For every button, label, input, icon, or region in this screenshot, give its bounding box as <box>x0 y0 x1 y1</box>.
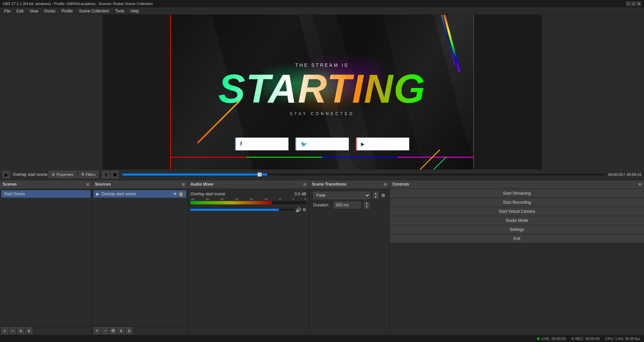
controls-panel: Controls ⊞ Start Streaming Start Recordi… <box>390 180 644 335</box>
menu-view[interactable]: View <box>27 8 41 14</box>
duration-spin-down[interactable]: ▼ <box>364 205 369 209</box>
pause-button[interactable]: ⏸ <box>102 171 110 178</box>
facebook-icon: f <box>240 141 242 147</box>
minimize-button[interactable]: ─ <box>626 1 631 6</box>
right-panel <box>542 15 644 169</box>
transition-type-row: Fade ▲ ▼ ⚙ <box>311 190 388 200</box>
preview-area: THE STREAM IS STARTING STAY CONNECTED f … <box>0 15 644 169</box>
menu-edit[interactable]: Edit <box>14 8 26 14</box>
panels: Scenes ⊞ Start Scene + − ∧ ∨ Sources ⊞ <box>0 180 644 335</box>
menu-profile[interactable]: Profile <box>59 8 75 14</box>
audio-panel: Audio Mixer ⊞ Overlay start scene 0.0 dB… <box>188 180 309 335</box>
left-panel <box>0 15 102 169</box>
audio-panel-content: Overlay start scene 0.0 dB -60-50-40-30-… <box>188 189 309 335</box>
volume-slider[interactable] <box>191 209 294 211</box>
audio-source-name-row: Overlay start scene 0.0 dB <box>191 192 306 196</box>
rec-dot <box>571 337 574 340</box>
source-settings-button[interactable]: ⚙ <box>110 327 116 334</box>
subtitle-text: THE STREAM IS <box>218 62 426 68</box>
transitions-panel-title: Scene Transitions <box>312 182 346 187</box>
transition-spin-down[interactable]: ▼ <box>373 195 378 199</box>
cpu-label: CPU: 1.6% <box>605 337 623 341</box>
mute-icon[interactable]: 🔊 <box>296 207 301 212</box>
source-item-overlay[interactable]: ▶ Overlay start scene 👁 🔒 <box>94 190 186 198</box>
properties-button[interactable]: ⚙ Settings Properties <box>49 171 76 178</box>
rec-label: REC: <box>575 337 584 341</box>
controls-expand-button[interactable]: ⊞ <box>638 182 641 187</box>
sources-panel-title: Sources <box>95 182 111 187</box>
audio-volume-row: 🔊 ⚙ <box>191 207 306 212</box>
stream-scene: THE STREAM IS STARTING STAY CONNECTED f … <box>171 15 473 169</box>
audio-level-meter: -60-50-40-30-20-10-6-30 <box>191 198 306 206</box>
cpu-status: CPU: 1.6% 30.00 fps <box>605 337 640 341</box>
audio-db-label: 0.0 dB <box>294 192 306 196</box>
duration-spin-up[interactable]: ▲ <box>364 202 369 205</box>
source-visible-icon[interactable]: 👁 <box>173 192 177 196</box>
progress-fill <box>122 174 267 176</box>
audio-settings-icon[interactable]: ⚙ <box>303 207 306 212</box>
menu-help[interactable]: Help <box>128 8 142 14</box>
source-remove-button[interactable]: − <box>102 327 108 334</box>
start-streaming-button[interactable]: Start Streaming <box>390 189 644 198</box>
play-button[interactable]: ▶ <box>3 171 10 178</box>
menu-docks[interactable]: Docks <box>42 8 58 14</box>
sources-panel-content: ▶ Overlay start scene 👁 🔒 <box>92 189 187 326</box>
audio-level-bar <box>191 201 306 204</box>
duration-input[interactable] <box>334 202 361 208</box>
close-button[interactable]: ✕ <box>637 1 641 6</box>
titlebar: OBS 27.2.1 (64-bit, windows) - Profile: … <box>0 0 644 7</box>
maximize-button[interactable]: □ <box>631 1 636 6</box>
settings-button[interactable]: Settings <box>390 225 644 234</box>
main-title-text: STARTING <box>218 68 426 109</box>
start-virtual-camera-button[interactable]: Start Virtual Camera <box>390 207 644 216</box>
source-up-button[interactable]: ∧ <box>118 327 124 334</box>
transition-spin-up[interactable]: ▲ <box>373 192 378 195</box>
transition-spin-control: ▲ ▼ <box>373 192 378 199</box>
menu-file[interactable]: File <box>1 8 13 14</box>
scenes-panel-title: Scenes <box>3 182 17 187</box>
live-label: LIVE: <box>541 337 550 341</box>
transition-type-select[interactable]: Fade <box>313 192 370 199</box>
gear-icon: ⚙ <box>52 173 55 177</box>
menu-tools[interactable]: Tools <box>112 8 127 14</box>
time-display: 00:00:03 / -00:00:16 <box>608 173 641 177</box>
sources-panel-header: Sources ⊞ <box>92 180 187 189</box>
transitions-panel-header: Scene Transitions ⊞ <box>309 180 389 189</box>
scenes-expand-button[interactable]: ⊞ <box>86 182 89 187</box>
source-play-icon: ▶ <box>96 192 99 196</box>
start-recording-button[interactable]: Start Recording <box>390 198 644 207</box>
scene-item-start[interactable]: Start Scene <box>1 190 91 198</box>
sources-expand-button[interactable]: ⊞ <box>182 182 185 187</box>
volume-fill <box>191 209 279 211</box>
tagline-text: STAY CONNECTED <box>218 111 426 116</box>
exit-button[interactable]: Exit <box>390 234 644 243</box>
timeline-progress[interactable] <box>122 174 604 176</box>
scene-add-button[interactable]: + <box>1 327 8 334</box>
progress-thumb[interactable] <box>258 173 262 177</box>
scene-up-button[interactable]: ∧ <box>17 327 24 334</box>
source-add-button[interactable]: + <box>94 327 100 334</box>
scene-down-button[interactable]: ∨ <box>25 327 32 334</box>
youtube-icon: ▶ <box>361 142 364 147</box>
gear-settings-icon[interactable]: ⚙ <box>381 193 385 198</box>
audio-expand-button[interactable]: ⊞ <box>303 182 306 187</box>
source-lock-icon[interactable]: 🔒 <box>178 192 183 196</box>
scene-remove-button[interactable]: − <box>9 327 16 334</box>
canvas-container: THE STREAM IS STARTING STAY CONNECTED f … <box>102 15 542 169</box>
audio-level-fill <box>191 201 272 204</box>
filters-button[interactable]: ⚗ Filters <box>78 171 99 178</box>
audio-source-row: Overlay start scene 0.0 dB -60-50-40-30-… <box>189 190 308 214</box>
transitions-panel-content: Fade ▲ ▼ ⚙ Duration ▲ ▼ <box>309 189 389 335</box>
menu-scene-collection[interactable]: Scene Collection <box>76 8 112 14</box>
stop-button[interactable]: ⏹ <box>111 171 118 178</box>
filter-icon: ⚗ <box>81 173 84 177</box>
source-down-button[interactable]: ∨ <box>126 327 132 334</box>
audio-source-label: Overlay start scene <box>191 192 225 196</box>
titlebar-controls: ─ □ ✕ <box>626 1 641 6</box>
controls-panel-title: Controls <box>392 182 409 187</box>
audio-panel-title: Audio Mixer <box>191 182 214 187</box>
duration-label: Duration <box>313 203 328 207</box>
source-item-label: Overlay start scene <box>101 192 136 196</box>
transitions-expand-button[interactable]: ⊞ <box>384 182 387 187</box>
studio-mode-button[interactable]: Studio Mode <box>390 216 644 225</box>
